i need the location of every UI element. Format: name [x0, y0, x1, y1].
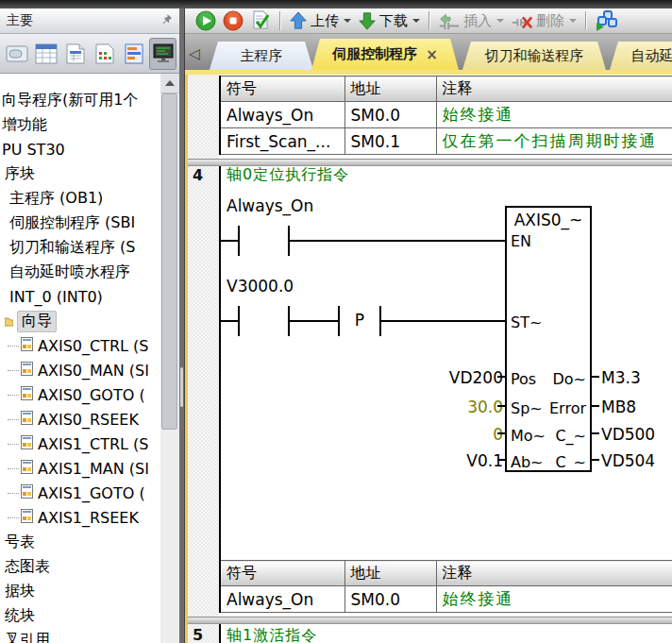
run-button[interactable]	[193, 9, 218, 32]
table-row: Always_On SM0.0 始终接通	[220, 102, 672, 128]
delete-dropdown-caret[interactable]	[569, 19, 577, 23]
symbol-table-top: 符号 地址 注释 Always_On SM0.0 始终接通 First_Scan…	[219, 76, 672, 155]
table-row: Always_On SM0.0 始终接通	[220, 586, 672, 613]
network-separator	[188, 617, 672, 624]
tab-cutter-program[interactable]: 切刀和输送程序	[462, 42, 606, 70]
tab-servo-program[interactable]: 伺服控制程序 ×	[311, 39, 459, 70]
pushpin-icon[interactable]	[160, 13, 173, 28]
tab-main-program[interactable]: 主程序	[210, 42, 313, 70]
tree-item-wizards-folder[interactable]: 向导	[0, 309, 160, 333]
block-doc-icon[interactable]	[61, 38, 89, 70]
pin-c2: C_~	[555, 453, 586, 471]
contact1-label: Always_On	[227, 196, 313, 215]
tree-item-program-blocks[interactable]: 序块	[0, 161, 160, 186]
tree-item-axis1-rseek[interactable]: AXIS1_RSEEK	[0, 505, 160, 530]
network5-number: 5	[193, 626, 203, 643]
upload-button[interactable]: 上传	[287, 10, 353, 31]
edge-contact-p: P	[342, 311, 378, 330]
tree-item-cutter-program[interactable]: 切刀和输送程序 (S	[0, 235, 160, 260]
pin-sp: Sp~	[511, 399, 543, 417]
tab-auto-delay-program[interactable]: 自动延	[610, 42, 672, 70]
col-comment: 注释	[436, 76, 672, 102]
tree-item-axis0-ctrl[interactable]: AXIS0_CTRL (S	[0, 333, 160, 358]
tree-item-spray-program[interactable]: 自动延时喷水程序	[0, 260, 160, 284]
tree-item-status-chart[interactable]: 态图表	[0, 554, 160, 579]
sidebar-titlebar: 主要	[0, 8, 179, 34]
contact1-open[interactable]	[238, 226, 240, 256]
splitter-handle[interactable]	[180, 367, 183, 407]
operand-pos[interactable]: VD200	[449, 368, 503, 387]
cross-ref-doc-icon[interactable]	[120, 38, 147, 70]
operand-cpos[interactable]: VD500	[601, 425, 655, 444]
network5-comment: 轴1激活指令	[227, 626, 317, 643]
tree-item-system-block[interactable]: 统块	[0, 603, 160, 628]
insert-button[interactable]: 插入	[436, 10, 506, 31]
contact2-label: V3000.0	[227, 277, 294, 296]
main-toolbar: 上传 下载 插入 删除	[185, 8, 672, 34]
pin-mo: Mo~	[511, 427, 546, 445]
insert-dropdown-caret[interactable]	[496, 19, 504, 23]
program-status-button[interactable]	[593, 9, 619, 32]
network-margin	[188, 70, 219, 643]
tree-item-axis1-goto[interactable]: AXIS1_GOTO (	[0, 481, 160, 505]
scroll-up-button[interactable]	[160, 74, 179, 93]
tree-item-symbol-table[interactable]: 号表	[0, 530, 160, 554]
power-rail	[219, 622, 221, 643]
contact2-open[interactable]	[238, 306, 240, 336]
toolbar-separator	[428, 11, 429, 30]
operand-done[interactable]: M3.3	[601, 368, 641, 387]
pin-do: Do~	[552, 370, 586, 388]
operand-cspeed[interactable]: VD504	[601, 451, 655, 470]
tab-close-icon[interactable]: ×	[426, 46, 438, 63]
tree-item-wizard-programs[interactable]: 向导程序(新可用1个	[0, 88, 160, 112]
edge-contact[interactable]	[338, 306, 340, 336]
operand-mode[interactable]: 0	[493, 425, 503, 444]
tree-item-cpu[interactable]: PU ST30	[0, 137, 160, 161]
wizard-block-icon	[21, 509, 33, 527]
tree-scrollbar[interactable]	[160, 74, 179, 643]
wizard-block-icon	[21, 362, 33, 380]
delete-button[interactable]: 删除	[509, 10, 579, 31]
tree-item-add-function[interactable]: 增功能	[0, 112, 160, 137]
tree-item-int0[interactable]: INT_0 (INT0)	[0, 284, 160, 309]
stop-button[interactable]	[221, 9, 245, 32]
scrollbar-thumb[interactable]	[161, 93, 177, 430]
table-icon[interactable]	[32, 38, 59, 70]
operand-abs[interactable]: V0.1	[466, 451, 503, 470]
download-button[interactable]: 下载	[356, 10, 422, 31]
col-address: 地址	[344, 76, 436, 102]
col-comment: 注释	[436, 561, 672, 586]
power-rail	[219, 164, 221, 561]
upload-dropdown-caret[interactable]	[344, 19, 351, 23]
wizard-block-icon	[21, 435, 33, 453]
tree-item-axis0-rseek[interactable]: AXIS0_RSEEK	[0, 407, 160, 431]
tree-item-cross-reference[interactable]: 叉引用	[0, 628, 160, 643]
tree-item-main-ob1[interactable]: 主程序 (OB1)	[0, 186, 160, 211]
operand-error[interactable]: MB8	[601, 398, 636, 416]
tag-icon[interactable]	[3, 38, 30, 70]
wizard-block-icon	[21, 337, 33, 355]
tab-scroll-left-icon[interactable]: ◁	[189, 45, 200, 62]
axis0-function-block[interactable]: AXIS0_~ EN ST~ Pos Sp~ Mo~ Ab~ Do~ Error…	[505, 206, 592, 472]
main-area: 上传 下载 插入 删除 ◁ 主程序 伺服控制程序	[185, 8, 672, 643]
monitor-icon[interactable]	[149, 38, 176, 70]
tree-item-axis0-man[interactable]: AXIS0_MAN (SI	[0, 358, 160, 382]
operand-speed[interactable]: 30.0	[467, 398, 503, 416]
data-doc-icon[interactable]	[91, 38, 118, 70]
tree-item-axis0-goto[interactable]: AXIS0_GOTO (	[0, 382, 160, 407]
compile-button[interactable]	[248, 9, 273, 32]
download-dropdown-caret[interactable]	[412, 19, 420, 23]
ladder-editor[interactable]: 符号 地址 注释 Always_On SM0.0 始终接通 First_Scan…	[185, 70, 672, 643]
block-title: AXIS0_~	[507, 211, 590, 229]
toolbar-separator	[279, 11, 280, 30]
network-separator	[188, 159, 672, 166]
pin-error: Error	[549, 399, 586, 417]
tree-item-data-block[interactable]: 据块	[0, 579, 160, 603]
tree-item-servo-program[interactable]: 伺服控制程序 (SBI	[0, 211, 160, 235]
tree-item-axis1-man[interactable]: AXIS1_MAN (SI	[0, 456, 160, 481]
sidebar-icon-toolbar	[0, 34, 179, 74]
project-tree-panel: 主要 向导程序(新可用1个 增功能 PU ST30 序块 主程序 (OB1)	[0, 8, 179, 643]
network4-comment: 轴0定位执行指令	[227, 165, 349, 185]
tree-item-axis1-ctrl[interactable]: AXIS1_CTRL (S	[0, 431, 160, 456]
pin-st: ST~	[511, 313, 542, 331]
